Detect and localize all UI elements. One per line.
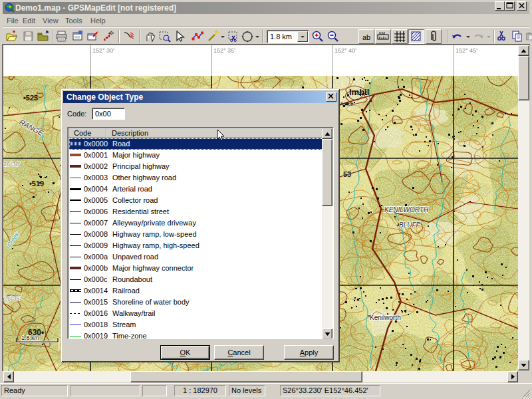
svg-text:53: 53 [343, 170, 351, 178]
svg-text:KENILWORTH: KENILWORTH [384, 206, 429, 213]
svg-text:26°35': 26°35' [4, 295, 21, 302]
svg-text:1.8 km: 1.8 km [21, 334, 39, 341]
svg-text:Kenilworth: Kenilworth [370, 314, 401, 321]
svg-text:BLUFF: BLUFF [399, 221, 421, 229]
svg-text:Imbil: Imbil [349, 87, 369, 97]
svg-text:KM: KM [379, 31, 385, 35]
svg-text:Ambil: Ambil [340, 101, 353, 107]
svg-text:•525: •525 [23, 94, 38, 102]
svg-text:26°30': 26°30' [3, 161, 21, 168]
svg-text:•519: •519 [29, 180, 44, 188]
